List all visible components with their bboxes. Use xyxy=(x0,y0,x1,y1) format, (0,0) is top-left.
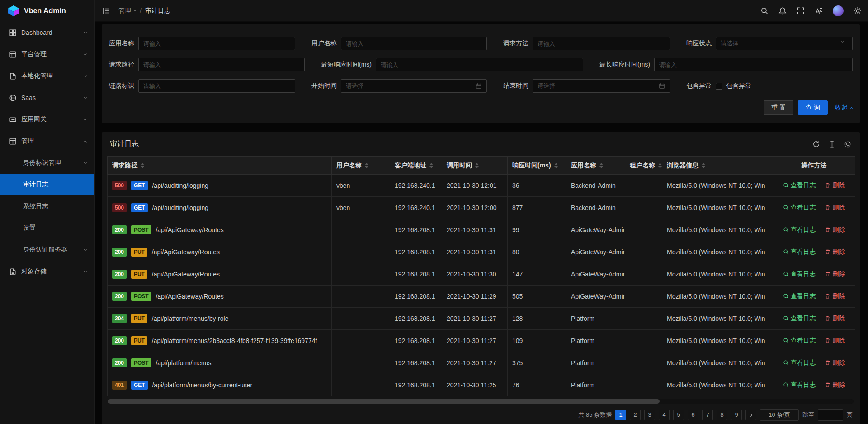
delete-button[interactable]: 删除 xyxy=(825,248,845,256)
sort-control[interactable] xyxy=(599,163,603,168)
sidebar-item-gateway[interactable]: 应用网关 xyxy=(0,109,94,130)
delete-button[interactable]: 删除 xyxy=(825,359,845,367)
sort-control[interactable] xyxy=(658,163,662,168)
min-response-time-input[interactable] xyxy=(376,58,583,71)
request-path: /api/auditing/logging xyxy=(152,182,208,189)
view-log-button[interactable]: 查看日志 xyxy=(783,204,816,212)
sort-control[interactable] xyxy=(429,163,433,168)
field-label: 用户名称 xyxy=(311,39,337,48)
zoom-icon[interactable] xyxy=(828,140,836,148)
panel-title: 审计日志 xyxy=(110,139,139,149)
sidebar-item-saas[interactable]: Saas xyxy=(0,87,94,109)
user-name-input[interactable] xyxy=(341,37,487,50)
sort-control[interactable] xyxy=(475,163,479,168)
delete-button[interactable]: 删除 xyxy=(825,226,845,234)
scrollbar-thumb[interactable] xyxy=(108,399,660,404)
next-page-button[interactable] xyxy=(745,410,756,420)
delete-button[interactable]: 删除 xyxy=(825,204,845,212)
start-time-picker[interactable]: 请选择 xyxy=(341,79,487,93)
sidebar-item-dashboard[interactable]: Dashboard xyxy=(0,22,94,43)
search-icon[interactable] xyxy=(760,7,769,15)
cell-operations: 查看日志 删除 xyxy=(773,175,855,197)
sidebar-item-identity-server[interactable]: 身份认证服务器 xyxy=(0,239,94,261)
view-log-button[interactable]: 查看日志 xyxy=(783,337,816,345)
sort-control[interactable] xyxy=(554,163,558,168)
view-log-button[interactable]: 查看日志 xyxy=(783,381,816,389)
view-log-button[interactable]: 查看日志 xyxy=(783,292,816,300)
sidebar-item-platform[interactable]: 平台管理 xyxy=(0,43,94,65)
max-response-time-input[interactable] xyxy=(654,58,853,71)
sidebar-item-settings[interactable]: 设置 xyxy=(0,217,94,239)
fullscreen-icon[interactable] xyxy=(797,7,805,15)
request-path: /api/ApiGateway/Routes xyxy=(152,248,220,256)
page-size-select[interactable]: 10 条/页 xyxy=(760,409,799,421)
page-button[interactable]: 3 xyxy=(644,410,655,420)
avatar[interactable] xyxy=(833,5,844,16)
delete-button[interactable]: 删除 xyxy=(825,314,845,323)
sidebar-item-object-storage[interactable]: 对象存储 xyxy=(0,261,94,282)
translate-icon[interactable] xyxy=(815,7,823,15)
bell-icon[interactable] xyxy=(778,7,787,15)
http-method-input[interactable] xyxy=(533,37,670,50)
sort-control[interactable] xyxy=(365,163,368,168)
sort-control[interactable] xyxy=(702,163,705,168)
page-button[interactable]: 8 xyxy=(717,410,727,420)
trash-icon xyxy=(825,227,830,233)
end-time-picker[interactable]: 请选择 xyxy=(533,79,670,93)
view-log-button[interactable]: 查看日志 xyxy=(783,248,816,256)
main-area: 管理 / 审计日志 xyxy=(95,0,868,424)
cell-call-time: 2021-10-30 11:31 xyxy=(442,219,508,241)
cell-operations: 查看日志 删除 xyxy=(773,241,855,263)
breadcrumb-root[interactable]: 管理 xyxy=(118,7,136,15)
page-button[interactable]: 6 xyxy=(688,410,698,420)
page-button[interactable]: 2 xyxy=(630,410,641,420)
settings-icon[interactable] xyxy=(854,7,862,15)
delete-button[interactable]: 删除 xyxy=(825,337,845,345)
status-badge: 200 xyxy=(112,358,127,367)
cell-response-time: 109 xyxy=(508,330,566,352)
field-label: 最长响应时间(ms) xyxy=(599,61,650,69)
sort-control[interactable] xyxy=(141,163,144,168)
column-settings-icon[interactable] xyxy=(844,140,852,148)
sidebar-item-localization[interactable]: 本地化管理 xyxy=(0,65,94,87)
sidebar-item-management[interactable]: 管理 xyxy=(0,130,94,152)
sidebar-item-audit-log[interactable]: 审计日志 xyxy=(0,174,94,195)
page-button[interactable]: 1 xyxy=(615,410,626,420)
cell-operations: 查看日志 删除 xyxy=(773,286,855,308)
trace-id-input[interactable] xyxy=(138,79,295,93)
delete-button[interactable]: 删除 xyxy=(825,292,845,300)
page-button[interactable]: 7 xyxy=(702,410,713,420)
cell-app-name: ApiGateWay-Admin xyxy=(566,219,625,241)
request-path-input[interactable] xyxy=(138,58,305,71)
exception-checkbox[interactable] xyxy=(716,83,722,90)
calendar-icon xyxy=(476,83,482,89)
cell-client-address: 192.168.208.1 xyxy=(390,352,442,374)
request-path: /api/ApiGateway/Routes xyxy=(156,226,223,233)
status-select[interactable]: 请选择 xyxy=(716,37,853,50)
view-log-button[interactable]: 查看日志 xyxy=(783,359,816,367)
view-log-button[interactable]: 查看日志 xyxy=(783,181,816,190)
view-log-button[interactable]: 查看日志 xyxy=(783,226,816,234)
delete-button[interactable]: 删除 xyxy=(825,270,845,278)
page-button[interactable]: 5 xyxy=(673,410,684,420)
chevron-right-icon xyxy=(749,413,752,416)
view-log-button[interactable]: 查看日志 xyxy=(783,270,816,278)
query-button[interactable]: 查 询 xyxy=(798,100,828,115)
app-name-input[interactable] xyxy=(138,37,295,50)
table-row: 500 GET /api/auditing/logging vben 192.1… xyxy=(108,175,855,197)
reset-button[interactable]: 重 置 xyxy=(764,100,793,115)
collapse-link[interactable]: 收起 xyxy=(835,104,853,112)
logo[interactable]: Vben Admin xyxy=(0,0,94,22)
view-log-button[interactable]: 查看日志 xyxy=(783,314,816,323)
delete-button[interactable]: 删除 xyxy=(825,381,845,389)
menu-fold-icon[interactable] xyxy=(102,7,110,15)
platform-icon xyxy=(9,51,17,58)
sidebar-item-system-log[interactable]: 系统日志 xyxy=(0,195,94,217)
cell-response-time: 128 xyxy=(508,308,566,330)
sidebar-item-identity-management[interactable]: 身份标识管理 xyxy=(0,152,94,174)
page-button[interactable]: 9 xyxy=(731,410,742,420)
refresh-icon[interactable] xyxy=(812,140,820,148)
page-button[interactable]: 4 xyxy=(659,410,670,420)
jump-page-input[interactable] xyxy=(818,409,843,421)
delete-button[interactable]: 删除 xyxy=(825,181,845,190)
